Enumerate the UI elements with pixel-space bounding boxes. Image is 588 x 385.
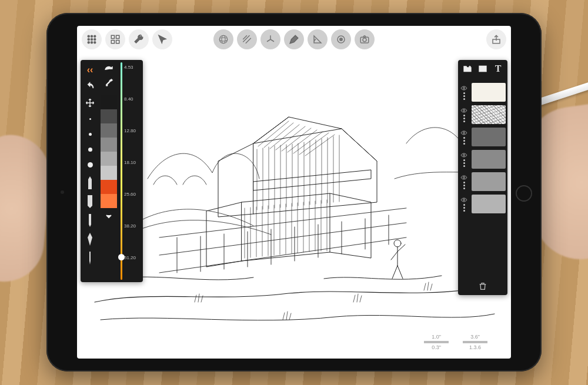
ruler-tick: 8.40: [124, 96, 133, 102]
layer-row[interactable]: [458, 103, 507, 126]
image-add-icon[interactable]: [476, 62, 490, 75]
layer-visibility-toggle[interactable]: [458, 130, 470, 145]
camera-icon[interactable]: [355, 29, 375, 49]
svg-point-18: [340, 38, 343, 41]
brush-marker-thick[interactable]: [83, 193, 96, 208]
layers-panel: T: [458, 60, 507, 295]
svg-point-15: [219, 38, 228, 41]
move-icon[interactable]: [83, 96, 97, 109]
brush-size-5[interactable]: [81, 128, 99, 140]
size-slider-handle[interactable]: [118, 254, 125, 260]
scale-value: 3.6": [463, 334, 487, 340]
svg-rect-12: [111, 41, 114, 43]
brush-size-7[interactable]: [81, 143, 99, 155]
svg-point-23: [481, 67, 483, 69]
svg-point-29: [463, 199, 465, 200]
layer-thumbnail: [472, 128, 506, 146]
svg-rect-11: [116, 35, 119, 38]
svg-point-26: [463, 132, 465, 133]
scale-value: 1.3.6: [463, 344, 487, 350]
sphere-icon[interactable]: [213, 29, 233, 49]
layer-thumbnail: [472, 105, 506, 124]
undo-icon[interactable]: [83, 80, 97, 93]
view-tiles-icon[interactable]: [105, 29, 125, 49]
delete-layer-button[interactable]: [458, 277, 507, 295]
folder-add-icon[interactable]: [460, 62, 475, 75]
share-icon[interactable]: [486, 29, 506, 49]
layer-visibility-toggle[interactable]: [458, 197, 470, 212]
expand-swatches-icon[interactable]: [102, 208, 116, 225]
ruler-tick: 51.20: [124, 255, 136, 260]
svg-point-28: [463, 176, 465, 178]
svg-point-2: [91, 35, 93, 37]
layer-visibility-toggle[interactable]: [458, 108, 470, 122]
svg-point-6: [94, 39, 96, 41]
layer-row[interactable]: [458, 193, 507, 215]
layer-row[interactable]: [458, 81, 507, 103]
collapse-icon[interactable]: ‹‹: [83, 63, 97, 76]
left-hand: [0, 132, 54, 285]
svg-rect-13: [116, 41, 119, 43]
svg-point-14: [219, 35, 228, 43]
color-swatch-5[interactable]: [101, 166, 117, 180]
color-swatch-1[interactable]: [101, 109, 117, 123]
ruler-tick: 4.53: [124, 65, 133, 70]
svg-point-25: [463, 109, 465, 111]
color-swatch-7[interactable]: [101, 194, 117, 208]
svg-point-5: [91, 39, 93, 41]
svg-point-24: [463, 87, 465, 89]
cursor-icon[interactable]: [152, 29, 172, 49]
hatch-icon[interactable]: [237, 29, 257, 49]
scale-value: 1.0": [424, 334, 449, 340]
grid-dots-icon[interactable]: [82, 29, 102, 49]
layer-thumbnail: [472, 83, 506, 102]
brush-size-9[interactable]: [81, 159, 99, 170]
layer-thumbnail: [472, 195, 506, 213]
eyedropper-icon[interactable]: [102, 76, 116, 89]
brush-pencil[interactable]: [83, 174, 96, 189]
svg-point-0: [394, 240, 401, 247]
home-button[interactable]: [516, 185, 532, 202]
brush-liner[interactable]: [83, 249, 96, 265]
color-swatch-2[interactable]: [101, 123, 117, 138]
angle-icon[interactable]: [308, 29, 328, 49]
brush-panel: ‹‹ 4.538.4012.8018.1025.6038.2051.20: [81, 60, 143, 282]
ruler-tick: 12.80: [124, 128, 136, 133]
redo-icon[interactable]: [102, 63, 116, 76]
svg-point-8: [91, 42, 93, 43]
layer-row[interactable]: [458, 148, 507, 170]
ruler-tick: 38.20: [124, 223, 136, 229]
svg-point-20: [363, 38, 366, 42]
svg-point-1: [88, 35, 89, 37]
front-camera: [61, 190, 64, 194]
scale-bar-icon: [463, 341, 487, 343]
pen-icon[interactable]: [284, 29, 304, 49]
ruler-tick: 18.10: [124, 160, 136, 165]
layer-visibility-toggle[interactable]: [458, 85, 470, 100]
brush-size-3[interactable]: [81, 113, 99, 125]
layer-thumbnail: [472, 172, 506, 191]
layer-visibility-toggle[interactable]: [458, 175, 470, 189]
brush-marker-thin[interactable]: [83, 212, 96, 227]
color-swatch-0[interactable]: [101, 95, 117, 109]
axis-icon[interactable]: [260, 29, 280, 49]
size-slider-track[interactable]: [121, 62, 122, 280]
scale-bar-icon: [424, 341, 449, 343]
svg-point-3: [94, 35, 96, 37]
wrench-icon[interactable]: [129, 29, 149, 49]
target-icon[interactable]: [331, 29, 351, 49]
text-add-icon[interactable]: T: [491, 62, 505, 75]
svg-point-7: [88, 42, 89, 43]
brush-nib[interactable]: [83, 230, 96, 246]
svg-point-27: [463, 154, 465, 156]
layer-thumbnail: [472, 150, 506, 169]
layer-row[interactable]: [458, 126, 507, 148]
svg-point-16: [222, 35, 225, 43]
color-swatch-3[interactable]: [101, 138, 117, 152]
app-screen: ‹‹ 4.538.4012.8018.1025.6038.2051.20 T 1…: [77, 26, 511, 359]
layer-visibility-toggle[interactable]: [458, 152, 470, 167]
layer-row[interactable]: [458, 170, 507, 193]
top-toolbar: [77, 29, 511, 53]
color-swatch-4[interactable]: [101, 152, 117, 166]
color-swatch-6[interactable]: [101, 180, 117, 194]
